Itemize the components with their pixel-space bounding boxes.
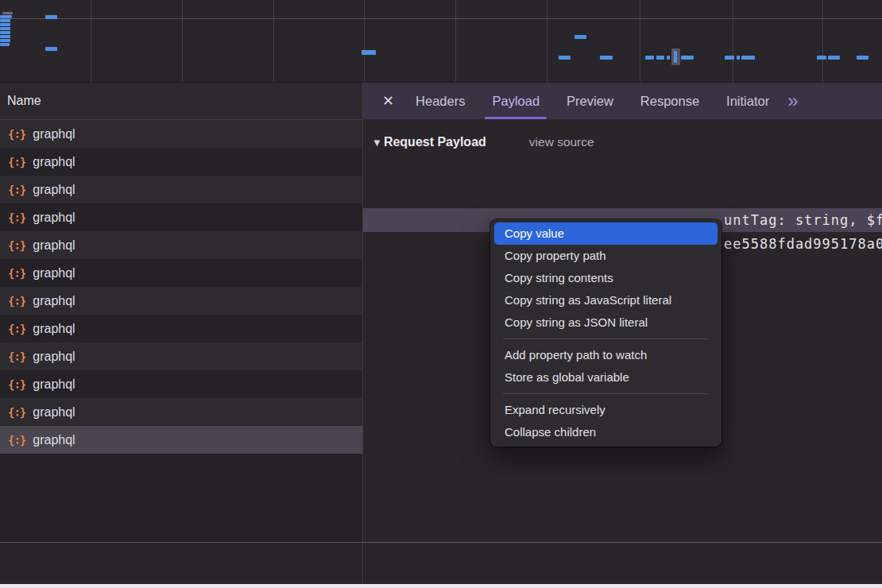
overview-gridline — [640, 0, 640, 82]
requests-list-panel: Name {∶} graphql {∶} graphql {∶} graphql… — [0, 83, 363, 542]
context-menu-item[interactable]: Copy string contents — [494, 267, 718, 289]
json-request-icon: {∶} — [8, 406, 25, 419]
timeline-request-bar — [0, 39, 10, 42]
tab-headers[interactable]: Headers — [402, 83, 478, 119]
network-request-row[interactable]: {∶} graphql — [0, 259, 362, 287]
timeline-request-bar — [2, 12, 13, 14]
payload-root-row[interactable]: ▼{operationName: "ipFlowTimeseries", var… — [363, 161, 882, 184]
more-tabs-icon[interactable]: » — [783, 91, 803, 110]
overview-gridline — [547, 0, 547, 82]
network-request-row[interactable]: {∶} graphql — [0, 176, 362, 203]
network-request-row[interactable]: {∶} graphql — [0, 426, 362, 454]
screenshot-bottom-edge — [0, 584, 882, 588]
section-title: Request Payload — [384, 135, 486, 149]
overview-gridline — [733, 0, 733, 82]
network-request-row[interactable]: {∶} graphql — [0, 203, 362, 231]
request-name: graphql — [33, 322, 75, 336]
context-menu-item[interactable]: Copy string as JSON literal — [494, 311, 718, 334]
overview-gridline — [455, 0, 456, 82]
overview-gridline — [91, 0, 91, 82]
timeline-request-bar — [645, 56, 654, 60]
json-request-icon: {∶} — [8, 323, 25, 335]
timeline-request-bar — [725, 56, 734, 60]
request-rows: {∶} graphql {∶} graphql {∶} graphql {∶} … — [0, 120, 362, 542]
network-request-row[interactable]: {∶} graphql — [0, 342, 362, 370]
request-name: graphql — [33, 155, 75, 169]
overview-gridline — [364, 0, 365, 82]
overview-gridline — [182, 0, 183, 82]
payload-row-operation-name[interactable]: operationName: "ipFlowTimeseries" — [363, 184, 882, 208]
context-menu-item[interactable]: Add property path to watch — [494, 344, 718, 366]
request-name: graphql — [33, 266, 75, 280]
context-menu: Copy valueCopy property pathCopy string … — [490, 219, 721, 447]
timeline-request-bar — [0, 31, 10, 34]
timeline-request-bar — [857, 56, 868, 60]
request-name: graphql — [33, 238, 75, 253]
json-request-icon: {∶} — [8, 267, 25, 280]
section-collapse-icon[interactable]: ▼ — [372, 137, 382, 149]
overview-gridline — [0, 18, 882, 19]
json-request-icon: {∶} — [8, 378, 25, 391]
request-payload-section-header[interactable]: ▼ Request Payload view source — [363, 130, 882, 154]
request-name: graphql — [33, 405, 75, 420]
timeline-request-bar — [362, 50, 376, 55]
network-request-row[interactable]: {∶} graphql — [0, 287, 362, 315]
context-menu-item[interactable]: Copy value — [494, 222, 718, 245]
json-request-icon: {∶} — [8, 211, 25, 224]
context-menu-item[interactable]: Copy property path — [494, 245, 718, 267]
request-name: graphql — [33, 377, 75, 392]
timeline-request-bar — [817, 56, 826, 60]
request-name: graphql — [33, 350, 75, 364]
context-menu-item[interactable]: Collapse children — [494, 421, 718, 443]
network-request-row[interactable]: {∶} graphql — [0, 315, 362, 342]
menu-separator — [503, 393, 709, 394]
network-overview-timeline[interactable] — [0, 0, 882, 83]
context-menu-item[interactable]: Expand recursively — [494, 399, 718, 421]
tab-payload[interactable]: Payload — [478, 83, 553, 119]
devtools-network-panel: Name {∶} graphql {∶} graphql {∶} graphql… — [0, 0, 882, 588]
timeline-request-bar — [45, 47, 57, 51]
network-request-row[interactable]: {∶} graphql — [0, 120, 362, 148]
network-request-row[interactable]: {∶} graphql — [0, 370, 362, 398]
json-request-icon: {∶} — [8, 434, 25, 447]
json-request-icon: {∶} — [8, 156, 25, 168]
detail-tabs-bar: ✕ HeadersPayloadPreviewResponseInitiator… — [363, 83, 882, 119]
summary-bar — [0, 543, 882, 584]
json-request-icon: {∶} — [8, 184, 25, 196]
timeline-request-bar — [45, 15, 57, 19]
json-request-icon: {∶} — [8, 350, 25, 363]
network-request-row[interactable]: {∶} graphql — [0, 148, 362, 176]
column-header-label: Name — [7, 94, 41, 108]
network-request-row[interactable]: {∶} graphql — [0, 231, 362, 259]
tab-initiator[interactable]: Initiator — [713, 83, 783, 119]
view-source-link[interactable]: view source — [529, 135, 594, 149]
request-name: graphql — [33, 183, 75, 197]
timeline-request-bar — [737, 56, 740, 60]
timeline-request-bar — [0, 19, 10, 22]
tab-preview[interactable]: Preview — [553, 83, 627, 119]
column-header-name[interactable]: Name — [0, 83, 362, 120]
timeline-request-bar — [574, 35, 586, 39]
timeline-request-bar — [559, 56, 571, 60]
panel-divider[interactable] — [362, 543, 363, 584]
timeline-request-bar — [0, 43, 10, 46]
timeline-request-bar — [674, 51, 677, 63]
timeline-request-bar — [0, 27, 10, 30]
request-name: graphql — [33, 127, 75, 141]
context-menu-item[interactable]: Store as global variable — [494, 366, 718, 389]
json-request-icon: {∶} — [8, 128, 25, 141]
timeline-request-bar — [828, 56, 840, 60]
tab-response[interactable]: Response — [627, 83, 713, 119]
timeline-request-bar — [600, 56, 613, 60]
menu-separator — [503, 338, 709, 339]
timeline-request-bar — [0, 35, 10, 38]
timeline-request-bar — [667, 56, 670, 60]
close-icon[interactable]: ✕ — [374, 92, 402, 110]
context-menu-item[interactable]: Copy string as JavaScript literal — [494, 289, 718, 311]
timeline-request-bar — [741, 56, 755, 60]
timeline-request-bar — [656, 56, 664, 60]
network-request-row[interactable]: {∶} graphql — [0, 398, 362, 426]
timeline-request-bar — [0, 23, 10, 26]
overview-gridline — [273, 0, 274, 82]
request-name: graphql — [33, 211, 75, 225]
